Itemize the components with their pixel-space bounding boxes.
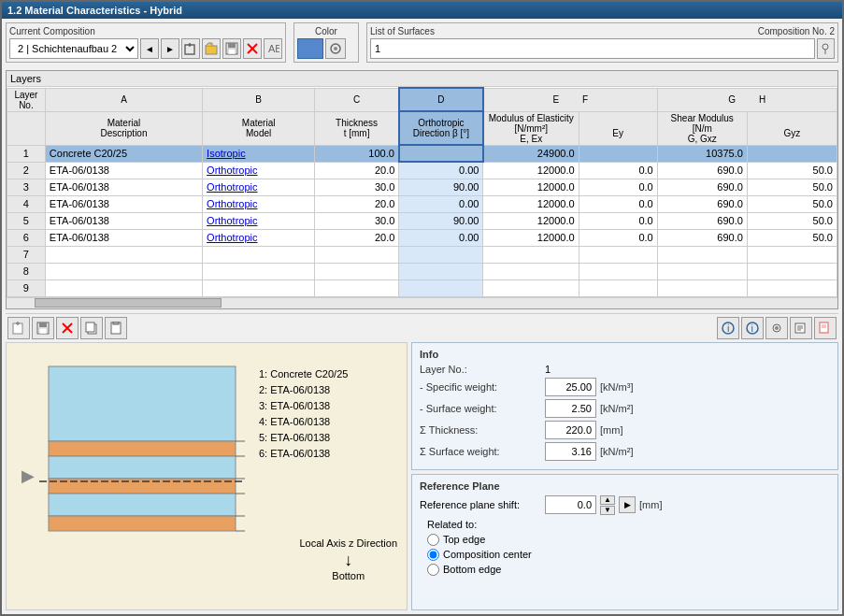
prev-composition-btn[interactable]: ◄: [140, 38, 159, 59]
table-row-ey[interactable]: [579, 279, 657, 296]
table-row-ortho[interactable]: 0.00: [399, 229, 483, 246]
tb-export1-btn[interactable]: [790, 317, 812, 339]
table-row-ortho[interactable]: [399, 263, 483, 279]
table-row-ey[interactable]: [579, 145, 657, 162]
tb-save-btn[interactable]: [32, 317, 54, 339]
table-row-g-gxz[interactable]: 690.0: [657, 162, 747, 179]
layers-table-wrapper[interactable]: LayerNo. A B C D E F G H MaterialDescrip…: [7, 87, 837, 297]
table-row-e-ex[interactable]: 12000.0: [483, 195, 579, 212]
table-row-material[interactable]: [45, 246, 202, 263]
table-row-e-ex[interactable]: 12000.0: [483, 179, 579, 195]
ref-shift-value[interactable]: [545, 495, 596, 514]
table-row-g-gxz[interactable]: 690.0: [657, 212, 747, 229]
rename-comp-btn[interactable]: AB: [264, 38, 282, 59]
table-row-gyz[interactable]: [747, 263, 837, 279]
table-row-model[interactable]: [203, 279, 315, 296]
th-orthotropic[interactable]: OrthotropicDirection β [°]: [399, 111, 483, 145]
table-row-material[interactable]: [45, 263, 202, 279]
table-row-g-gxz[interactable]: 690.0: [657, 229, 747, 246]
table-row-e-ex[interactable]: 12000.0: [483, 229, 579, 246]
table-row-thickness[interactable]: [315, 279, 399, 296]
table-row-gyz[interactable]: 50.0: [747, 212, 837, 229]
tb-delete-btn[interactable]: [56, 317, 79, 339]
table-row-e-ex[interactable]: 12000.0: [483, 212, 579, 229]
surface-weight-value[interactable]: [545, 399, 596, 418]
table-row-e-ex[interactable]: 12000.0: [483, 162, 579, 179]
tb-info2-btn[interactable]: i: [741, 317, 764, 339]
tb-copy-btn[interactable]: [80, 317, 103, 339]
radio-top-input[interactable]: [427, 534, 439, 546]
table-row-thickness[interactable]: [315, 263, 399, 279]
table-row-e-ex[interactable]: [483, 246, 579, 263]
table-row-thickness[interactable]: 20.0: [315, 229, 399, 246]
table-row-ey[interactable]: 0.0: [579, 195, 657, 212]
table-row-ortho[interactable]: [399, 279, 483, 296]
table-row-ortho[interactable]: 90.00: [399, 179, 483, 195]
table-row-ey[interactable]: [579, 246, 657, 263]
table-row-gyz[interactable]: [747, 246, 837, 263]
ref-spin-up[interactable]: ▲: [600, 495, 615, 505]
table-row-ey[interactable]: 0.0: [579, 179, 657, 195]
tb-paste-btn[interactable]: [105, 317, 127, 339]
table-row-model[interactable]: Orthotropic: [203, 162, 315, 179]
surfaces-input[interactable]: [370, 38, 815, 59]
table-row-g-gxz[interactable]: 690.0: [657, 195, 747, 212]
horizontal-scrollbar[interactable]: [7, 297, 837, 308]
surfaces-pick-btn[interactable]: [817, 38, 835, 59]
tb-export2-btn[interactable]: [814, 317, 837, 339]
table-row-model[interactable]: Orthotropic: [203, 195, 315, 212]
table-row-ortho[interactable]: [399, 145, 483, 162]
table-row-gyz[interactable]: [747, 145, 837, 162]
diagram-arrow-btn[interactable]: ▶: [21, 466, 35, 486]
tb-new-btn[interactable]: [7, 317, 30, 339]
table-row-material[interactable]: ETA-06/0138: [45, 229, 202, 246]
table-row-g-gxz[interactable]: [657, 279, 747, 296]
next-composition-btn[interactable]: ►: [161, 38, 179, 59]
surface-weight2-value[interactable]: [545, 442, 596, 461]
table-row-model[interactable]: [203, 263, 315, 279]
table-row-material[interactable]: [45, 279, 202, 296]
table-row-ortho[interactable]: 0.00: [399, 195, 483, 212]
table-row-ey[interactable]: 0.0: [579, 162, 657, 179]
table-row-model[interactable]: [203, 246, 315, 263]
table-row-gyz[interactable]: 50.0: [747, 162, 837, 179]
table-row-thickness[interactable]: 30.0: [315, 212, 399, 229]
th-col-d[interactable]: D: [399, 88, 483, 111]
table-row-e-ex[interactable]: [483, 263, 579, 279]
color-swatch[interactable]: [297, 38, 323, 59]
tb-info1-btn[interactable]: i: [717, 317, 739, 339]
open-comp-btn[interactable]: [202, 38, 221, 59]
composition-select[interactable]: 2 | Schichtenaufbau 2: [9, 38, 138, 59]
table-row-material[interactable]: ETA-06/0138: [45, 162, 202, 179]
radio-center-input[interactable]: [427, 549, 439, 561]
table-row-material[interactable]: ETA-06/0138: [45, 179, 202, 195]
table-row-gyz[interactable]: [747, 279, 837, 296]
new-comp-btn[interactable]: [181, 38, 200, 59]
specific-weight-value[interactable]: [545, 378, 596, 396]
thickness-value[interactable]: [545, 421, 596, 439]
radio-bottom-input[interactable]: [427, 564, 439, 576]
table-row-model[interactable]: Isotropic: [203, 145, 315, 162]
table-row-ey[interactable]: 0.0: [579, 212, 657, 229]
table-row-thickness[interactable]: 30.0: [315, 179, 399, 195]
table-row-gyz[interactable]: 50.0: [747, 195, 837, 212]
save-comp-btn[interactable]: [222, 38, 241, 59]
table-row-material[interactable]: ETA-06/0138: [45, 212, 202, 229]
table-row-g-gxz[interactable]: [657, 263, 747, 279]
table-row-ey[interactable]: 0.0: [579, 229, 657, 246]
table-row-g-gxz[interactable]: 690.0: [657, 179, 747, 195]
ref-spin-down[interactable]: ▼: [600, 506, 615, 515]
table-row-ortho[interactable]: [399, 246, 483, 263]
table-row-gyz[interactable]: 50.0: [747, 179, 837, 195]
table-row-gyz[interactable]: 50.0: [747, 229, 837, 246]
delete-comp-btn[interactable]: [243, 38, 262, 59]
table-row-model[interactable]: Orthotropic: [203, 229, 315, 246]
table-row-model[interactable]: Orthotropic: [203, 179, 315, 195]
table-row-material[interactable]: Concrete C20/25: [45, 145, 202, 162]
table-row-ey[interactable]: [579, 263, 657, 279]
ref-pick-btn[interactable]: ▶: [619, 496, 636, 513]
table-row-thickness[interactable]: [315, 246, 399, 263]
color-pick-btn[interactable]: [325, 38, 346, 59]
table-row-e-ex[interactable]: 24900.0: [483, 145, 579, 162]
table-row-material[interactable]: ETA-06/0138: [45, 195, 202, 212]
